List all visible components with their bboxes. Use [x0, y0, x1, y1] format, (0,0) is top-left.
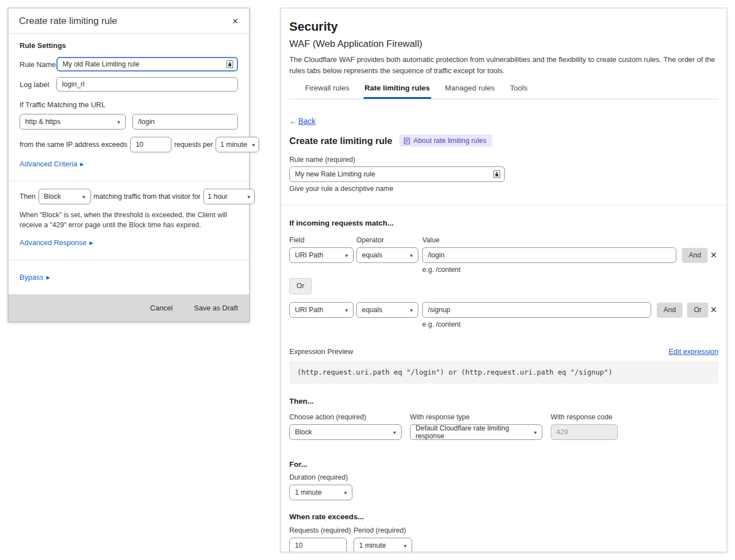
- expression-preview-label: Expression Preview: [289, 347, 353, 356]
- response-type-label: With response type: [410, 413, 551, 421]
- page-description: The Cloudflare WAF provides both automat…: [289, 54, 718, 76]
- modal-body: Rule Settings Rule Name Log label If Tra…: [8, 33, 249, 292]
- rate-period-select[interactable]: 1 minute ▾: [354, 538, 412, 552]
- advanced-response-link[interactable]: Advanced Response ▶: [20, 238, 93, 247]
- value-input[interactable]: [422, 247, 676, 263]
- and-button[interactable]: And: [682, 248, 708, 263]
- field-column-label: Field: [289, 236, 356, 244]
- triangle-right-icon: ▶: [46, 275, 50, 280]
- advanced-criteria-link[interactable]: Advanced Criteria ▶: [20, 160, 84, 168]
- log-label-row: Log label: [20, 77, 238, 92]
- tab-managed-rules[interactable]: Managed rules: [444, 84, 496, 99]
- then-row: Then Block ▾ matching traffic from that …: [20, 189, 238, 204]
- chevron-down-icon: ▾: [410, 307, 413, 313]
- tab-firewall-rules[interactable]: Firewall rules: [304, 84, 351, 99]
- chevron-down-icon: ▾: [393, 429, 396, 435]
- exceeds-label: from the same IP address exceeds: [20, 141, 127, 149]
- ban-duration-value: 1 hour: [208, 193, 227, 200]
- chevron-down-icon: ▾: [410, 252, 413, 259]
- chevron-down-icon: ▾: [345, 307, 348, 313]
- rule-name-help: Give your rule a descriptive name: [289, 185, 718, 193]
- requests-label: Requests (required): [289, 527, 354, 534]
- operator-select[interactable]: equals ▾: [356, 302, 418, 318]
- scheme-select[interactable]: http & https ▾: [20, 114, 126, 130]
- modal-title: Create rate limiting rule: [19, 16, 117, 27]
- waf-tabs: Firewall rules Rate limiting rules Manag…: [289, 84, 718, 99]
- then-section-heading: Then...: [289, 397, 718, 405]
- page-title: Security: [289, 20, 718, 34]
- choose-action-select[interactable]: Block ▾: [289, 424, 402, 440]
- divider: [281, 205, 727, 205]
- operator-column-label: Operator: [356, 236, 422, 244]
- then-label: Then: [20, 193, 36, 200]
- about-rate-limiting-rules-badge[interactable]: About rate limiting rules: [399, 135, 492, 147]
- save-as-draft-button[interactable]: Save as Draft: [194, 304, 238, 312]
- triangle-right-icon: ▶: [80, 161, 84, 167]
- value-hint: e.g. /content: [422, 266, 718, 274]
- rule-name-row: Rule Name: [20, 57, 238, 71]
- autofill-extension-icon[interactable]: [493, 170, 500, 179]
- requests-input[interactable]: [130, 137, 171, 152]
- block-help-text: When "Block" is set, when the threshold …: [20, 210, 238, 230]
- value-hint: e.g. /content: [422, 320, 718, 328]
- and-button[interactable]: And: [657, 303, 682, 318]
- remove-rule-icon[interactable]: ✕: [709, 305, 718, 315]
- response-type-select[interactable]: Default Cloudflare rate limiting respons…: [410, 424, 542, 440]
- autofill-extension-icon[interactable]: [226, 60, 233, 69]
- chevron-down-icon: ▾: [534, 429, 537, 435]
- ban-duration-select[interactable]: 1 hour ▾: [203, 189, 255, 204]
- or-button[interactable]: Or: [687, 303, 708, 318]
- duration-label: Duration (required): [289, 473, 718, 481]
- requests-input[interactable]: [289, 538, 347, 552]
- log-label-label: Log label: [20, 80, 56, 89]
- url-match-row: http & https ▾: [20, 114, 238, 130]
- field-select[interactable]: URI Path ▾: [289, 247, 354, 263]
- choose-action-label: Choose action (required): [289, 413, 410, 421]
- rule-name-input[interactable]: [56, 57, 238, 71]
- response-code-input: [551, 424, 618, 440]
- tab-tools[interactable]: Tools: [509, 84, 529, 99]
- create-rate-limiting-rule-modal: Create rate limiting rule ✕ Rule Setting…: [8, 8, 250, 322]
- match-section-heading: If incoming requests match...: [289, 219, 718, 227]
- action-select[interactable]: Block ▾: [39, 189, 91, 204]
- action-select-value: Block: [44, 193, 61, 200]
- or-button[interactable]: Or: [289, 278, 312, 294]
- chevron-down-icon: ▾: [82, 194, 85, 200]
- bypass-link[interactable]: Bypass ▶: [20, 273, 50, 281]
- modal-header: Create rate limiting rule ✕: [8, 8, 249, 33]
- period-select-value: 1 minute: [220, 141, 247, 149]
- edit-expression-link[interactable]: Edit expression: [669, 347, 718, 356]
- traffic-matching-heading: If Traffic Matching the URL: [20, 100, 238, 109]
- back-link[interactable]: ←Back: [289, 117, 316, 126]
- modal-footer: Cancel Save as Draft: [8, 294, 249, 322]
- rule-name-input[interactable]: [289, 166, 505, 182]
- field-select[interactable]: URI Path ▾: [289, 302, 354, 318]
- matching-label: matching traffic from that visitor for: [94, 193, 201, 200]
- remove-rule-icon[interactable]: ✕: [709, 250, 718, 260]
- divider: [8, 181, 249, 181]
- document-icon: [404, 137, 410, 145]
- chevron-down-icon: ▾: [345, 252, 348, 259]
- close-icon[interactable]: ✕: [232, 17, 238, 25]
- chevron-down-icon: ▾: [117, 119, 120, 125]
- chevron-down-icon: ▾: [344, 490, 347, 496]
- back-arrow-icon: ←: [289, 117, 297, 126]
- log-label-input[interactable]: [56, 77, 238, 92]
- match-rule-row: URI Path ▾ equals ▾ And Or ✕: [289, 302, 718, 318]
- cancel-button[interactable]: Cancel: [150, 304, 173, 312]
- page-subtitle: WAF (Web Application Firewall): [289, 39, 718, 50]
- value-input[interactable]: [422, 302, 651, 318]
- period-label: Period (required): [354, 527, 406, 534]
- chevron-down-icon: ▾: [404, 543, 407, 549]
- response-code-label: With response code: [551, 413, 618, 421]
- rule-name-label: Rule Name: [20, 60, 56, 69]
- value-column-label: Value: [422, 236, 440, 244]
- tab-rate-limiting-rules[interactable]: Rate limiting rules: [364, 84, 431, 99]
- triangle-right-icon: ▶: [89, 240, 93, 246]
- operator-select[interactable]: equals ▾: [356, 247, 418, 263]
- security-waf-panel: Security WAF (Web Application Firewall) …: [280, 8, 727, 552]
- period-select[interactable]: 1 minute ▾: [216, 137, 259, 152]
- url-input[interactable]: [132, 114, 238, 130]
- for-section-heading: For...: [289, 460, 718, 468]
- duration-select[interactable]: 1 minute ▾: [289, 485, 352, 500]
